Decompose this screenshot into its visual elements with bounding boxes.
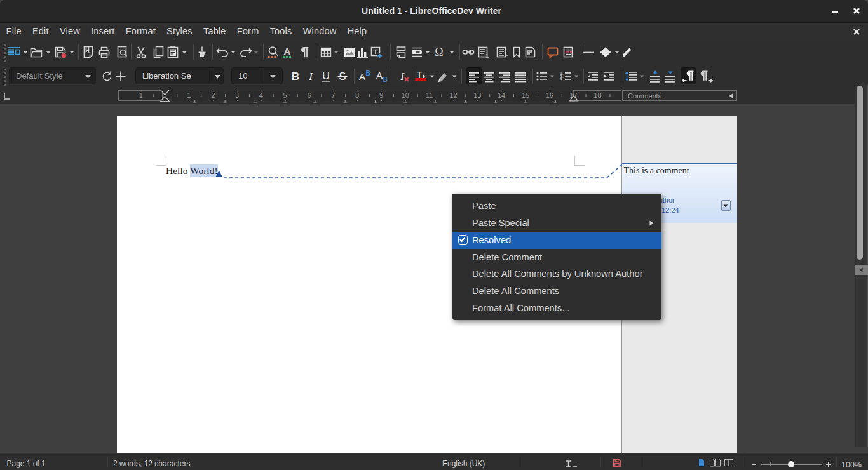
svg-text:A: A: [284, 46, 291, 57]
svg-text:14: 14: [498, 91, 505, 99]
svg-text:16: 16: [546, 91, 553, 99]
svg-text:10: 10: [402, 91, 409, 99]
svg-text:I: I: [308, 70, 313, 83]
svg-text:3.: 3.: [560, 77, 564, 82]
svg-text:6: 6: [307, 91, 311, 99]
svg-text:Ω: Ω: [435, 46, 443, 58]
svg-text:5: 5: [283, 91, 287, 99]
svg-text:13: 13: [473, 91, 481, 99]
svg-text:B: B: [292, 70, 299, 83]
svg-text:B: B: [365, 70, 370, 77]
svg-text:3: 3: [235, 91, 239, 99]
svg-text:1: 1: [485, 53, 489, 59]
svg-text:15: 15: [522, 91, 529, 99]
svg-text:7: 7: [331, 91, 335, 99]
svg-text:9: 9: [379, 91, 383, 99]
svg-text:1: 1: [187, 91, 191, 99]
svg-text:18: 18: [593, 91, 601, 99]
svg-text:8: 8: [355, 91, 359, 99]
svg-text:2: 2: [211, 91, 215, 99]
svg-text:4: 4: [259, 91, 263, 99]
svg-text:U: U: [322, 70, 330, 81]
svg-text:A: A: [359, 71, 365, 82]
svg-text:B: B: [383, 76, 387, 83]
svg-text:I: I: [400, 70, 405, 83]
svg-text:12: 12: [449, 91, 457, 99]
svg-text:A: A: [376, 70, 383, 81]
svg-text:1: 1: [139, 91, 143, 99]
svg-text:11: 11: [426, 91, 433, 99]
